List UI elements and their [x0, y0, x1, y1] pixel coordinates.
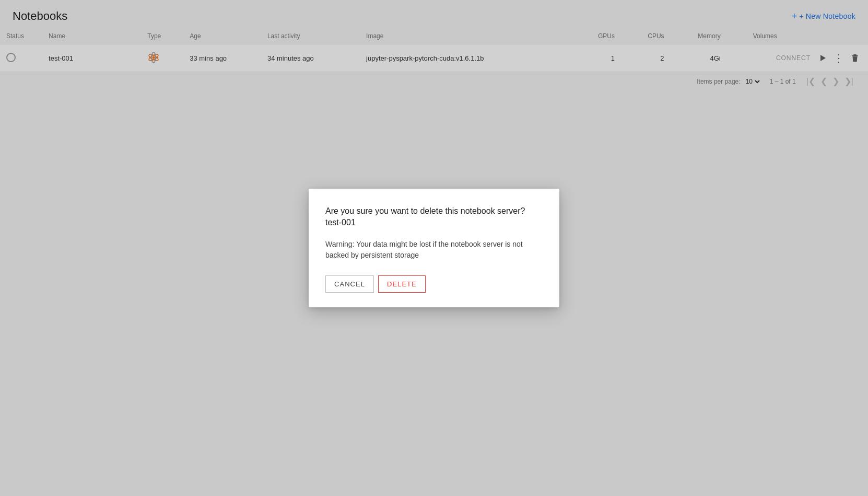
- modal-backdrop: Are you sure you want to delete this not…: [0, 0, 868, 496]
- modal-actions: CANCEL DELETE: [325, 275, 543, 293]
- delete-confirmation-modal: Are you sure you want to delete this not…: [309, 189, 559, 308]
- modal-title: Are you sure you want to delete this not…: [325, 205, 543, 229]
- main-background: Notebooks + + New Notebook Status Name T…: [0, 0, 868, 496]
- modal-warning: Warning: Your data might be lost if the …: [325, 239, 543, 261]
- cancel-button[interactable]: CANCEL: [325, 275, 374, 293]
- confirm-delete-button[interactable]: DELETE: [378, 275, 426, 293]
